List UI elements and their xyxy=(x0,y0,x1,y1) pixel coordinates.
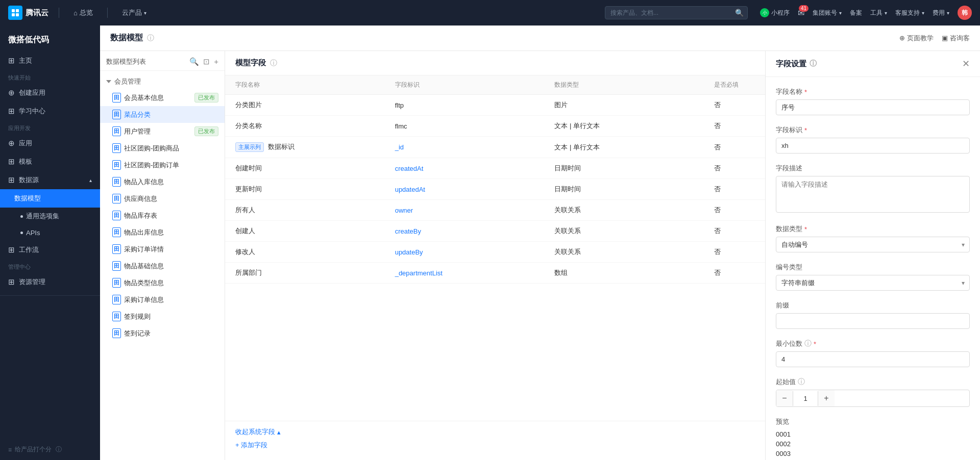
consult-action[interactable]: ▣ 咨询客 xyxy=(942,34,970,43)
sidebar: 微搭低代码 ⊞ 主页 快速开始 ⊕ 创建应用 ⊞ 学习中心 应用开发 ⊕ 应用 … xyxy=(0,25,100,460)
sidebar-item-learn[interactable]: ⊞ 学习中心 xyxy=(0,102,100,120)
sidebar-item-create-app[interactable]: ⊕ 创建应用 xyxy=(0,84,100,102)
settings-panel-header: 字段设置 ⓘ ✕ xyxy=(766,51,980,77)
list-item[interactable]: 田 供应商信息 xyxy=(100,190,225,207)
settings-info-icon[interactable]: ⓘ xyxy=(810,59,817,68)
sidebar-item-template[interactable]: ⊞ 模板 xyxy=(0,152,100,171)
logo[interactable]: 腾讯云 xyxy=(8,6,48,20)
table-row[interactable]: 创建人 createBy 关联关系 否 xyxy=(225,221,765,242)
table-row[interactable]: 所属部门 _departmentList 数组 否 xyxy=(225,263,765,284)
nav-search-box: 🔍 xyxy=(605,6,748,19)
search-input[interactable] xyxy=(605,6,748,19)
sidebar-submenu: 通用选项集 APIs xyxy=(0,208,100,241)
table-row[interactable]: 更新时间 updatedAt 日期时间 否 xyxy=(225,179,765,200)
field-desc-label: 字段描述 xyxy=(776,164,970,173)
page-title-info-icon[interactable]: ⓘ xyxy=(147,34,154,43)
list-item[interactable]: 田 物品库存表 xyxy=(100,207,225,224)
stepper-decrease-button[interactable]: − xyxy=(776,390,793,406)
nav-cloud-products[interactable]: 云产品 ▾ xyxy=(118,6,151,19)
workflow-icon: ⊞ xyxy=(8,245,15,254)
add-list-icon[interactable]: + xyxy=(214,57,218,66)
field-required-cell: 否 xyxy=(714,247,755,257)
mail-item[interactable]: ✉ 41 xyxy=(798,8,804,18)
table-row[interactable]: 所有人 owner 关联关系 否 xyxy=(225,200,765,221)
list-item[interactable]: 田 物品出库信息 xyxy=(100,224,225,241)
sidebar-item-home[interactable]: ⊞ 主页 xyxy=(0,52,100,70)
field-id-cell: createdAt xyxy=(395,165,555,172)
start-value-info-icon[interactable]: ⓘ xyxy=(798,377,805,387)
list-item[interactable]: 田 采购订单详情 xyxy=(100,241,225,258)
backup-item[interactable]: 备案 xyxy=(850,9,862,17)
list-item[interactable]: 田 签到规则 xyxy=(100,308,225,325)
user-avatar[interactable]: 韩 xyxy=(958,6,972,20)
list-item[interactable]: 田 社区团购-团购订单 xyxy=(100,157,225,173)
min-digits-info-icon[interactable]: ⓘ xyxy=(804,339,812,348)
table-row[interactable]: 创建时间 createdAt 日期时间 否 xyxy=(225,158,765,179)
collapse-arrow-icon: ▴ xyxy=(277,428,281,436)
table-icon: 田 xyxy=(112,177,121,187)
table-row[interactable]: 修改人 updateBy 关联关系 否 xyxy=(225,242,765,263)
sidebar-item-workflow[interactable]: ⊞ 工作流 xyxy=(0,241,100,259)
stepper-increase-button[interactable]: + xyxy=(818,390,835,406)
list-item[interactable]: 田 社区团购-团购商品 xyxy=(100,140,225,157)
list-item[interactable]: 田 物品入库信息 xyxy=(100,173,225,190)
prefix-input[interactable] xyxy=(776,313,970,329)
prefix-label: 前缀 xyxy=(776,301,970,310)
list-item[interactable]: 田 会员基本信息 已发布 xyxy=(100,89,225,106)
field-name-input[interactable] xyxy=(776,99,970,115)
sidebar-title: 微搭低代码 xyxy=(0,25,100,52)
list-item[interactable]: 田 物品类型信息 xyxy=(100,274,225,291)
collapse-link[interactable]: 收起系统字段 ▴ xyxy=(235,427,755,437)
sidebar-item-data-model[interactable]: 数据模型 xyxy=(0,189,100,208)
close-button[interactable]: ✕ xyxy=(962,58,970,69)
table-row[interactable]: 分类名称 flmc 文本 | 单行文本 否 xyxy=(225,116,765,137)
list-item[interactable]: 田 菜品分类 xyxy=(100,106,225,123)
page-title: 数据模型 xyxy=(110,33,143,43)
tools-item[interactable]: 工具 ▾ xyxy=(870,9,887,17)
sidebar-footer-feedback[interactable]: ≡ 给产品打个分 ⓘ xyxy=(0,439,100,460)
mini-program-item[interactable]: 小 小程序 xyxy=(760,8,790,17)
list-item[interactable]: 田 物品基础信息 xyxy=(100,258,225,274)
triangle-down-icon xyxy=(106,80,111,83)
search-list-icon[interactable]: 🔍 xyxy=(189,57,199,66)
list-panel-header: 数据模型列表 🔍 ⊡ + xyxy=(100,51,225,71)
list-item[interactable]: 田 签到记录 xyxy=(100,325,225,342)
encoding-type-select[interactable]: 字符串前缀 xyxy=(776,275,970,291)
start-value-row: 起始值 ⓘ − 1 + xyxy=(776,377,970,407)
nav-home[interactable]: ⌂ 总览 xyxy=(69,6,97,19)
nav-divider xyxy=(59,8,59,18)
sidebar-item-datasource[interactable]: ⊞ 数据源 ▴ xyxy=(0,171,100,189)
list-item[interactable]: 田 采购订单信息 xyxy=(100,291,225,308)
sidebar-item-apis[interactable]: APIs xyxy=(8,225,100,241)
data-type-select[interactable]: 自动编号 xyxy=(776,237,970,252)
support-item[interactable]: 客服支持 ▾ xyxy=(895,9,924,17)
list-group-header[interactable]: 会员管理 xyxy=(100,74,225,89)
table-row[interactable]: 分类图片 fltp 图片 否 xyxy=(225,95,765,116)
fields-info-icon[interactable]: ⓘ xyxy=(270,59,277,68)
list-item[interactable]: 田 用户管理 已发布 xyxy=(100,123,225,140)
encoding-type-label: 编号类型 xyxy=(776,263,970,272)
sidebar-item-options[interactable]: 通用选项集 xyxy=(8,208,100,225)
home-icon: ⊞ xyxy=(8,56,15,65)
data-type-select-wrapper: 自动编号 ▾ xyxy=(776,237,970,252)
expand-list-icon[interactable]: ⊡ xyxy=(203,57,210,66)
sidebar-item-app[interactable]: ⊕ 应用 xyxy=(0,134,100,152)
add-field-button[interactable]: + 添加字段 xyxy=(235,437,755,454)
nav-right: 小 小程序 ✉ 41 集团账号 ▾ 备案 工具 ▾ 客服支持 ▾ 费用 ▾ 韩 xyxy=(760,6,972,20)
table-row[interactable]: 主展示列 数据标识 _id 文本 | 单行文本 否 xyxy=(225,137,765,158)
preview-label: 预览 xyxy=(776,417,970,426)
svg-rect-1 xyxy=(16,9,19,12)
account-item[interactable]: 集团账号 ▾ xyxy=(813,9,842,17)
field-desc-textarea[interactable] xyxy=(776,176,970,213)
min-digits-input[interactable] xyxy=(776,351,970,367)
field-id-cell: flmc xyxy=(395,122,555,130)
required-star3: * xyxy=(804,225,807,233)
fields-panel: 模型字段 ⓘ 字段名称 字段标识 数据类型 是否必填 分类图片 fltp 图片 … xyxy=(225,51,766,460)
field-id-input[interactable] xyxy=(776,138,970,154)
cost-item[interactable]: 费用 ▾ xyxy=(933,9,949,17)
sidebar-item-resource[interactable]: ⊞ 资源管理 xyxy=(0,273,100,291)
list-panel-title: 数据模型列表 xyxy=(106,57,146,66)
page-teaching-action[interactable]: ⊕ 页面教学 xyxy=(899,34,934,43)
datasource-icon: ⊞ xyxy=(8,175,15,185)
sidebar-section-quick-start: 快速开始 xyxy=(0,70,100,84)
